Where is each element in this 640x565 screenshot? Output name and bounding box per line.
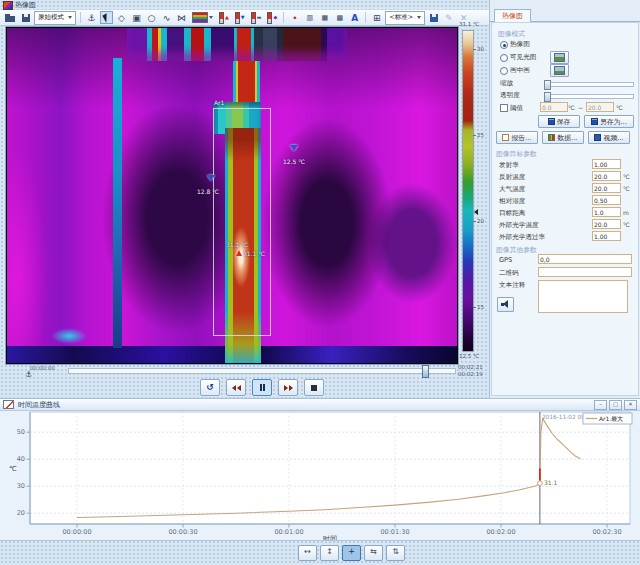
chart-zoom-horizontal-button[interactable]: ↔: [298, 545, 317, 561]
chart-scroll-vertical-button[interactable]: ⇅: [386, 545, 405, 561]
area-tool-button[interactable]: ▣: [130, 11, 143, 24]
radio-visible-image[interactable]: [500, 54, 508, 62]
save-preset-button[interactable]: [427, 11, 440, 24]
data-button[interactable]: 数据...: [542, 131, 584, 144]
param-label: 外部光学透过率: [499, 233, 545, 242]
area-label: Ar1: [214, 99, 224, 106]
video-button[interactable]: 视频...: [588, 131, 630, 144]
anchor-tool-button[interactable]: ⚓: [85, 11, 98, 24]
pip-button[interactable]: [550, 64, 569, 77]
chart-minimize-button[interactable]: –: [594, 400, 607, 410]
stop-button[interactable]: [304, 379, 324, 396]
speaker-icon: [501, 300, 511, 309]
timeline-start-label: 00:00:00: [30, 365, 55, 372]
isotherm-interval-button[interactable]: ▬: [249, 11, 264, 24]
threshold-checkbox[interactable]: [500, 104, 508, 112]
cold-spot-marker-left-icon[interactable]: [207, 175, 215, 181]
param-field[interactable]: [592, 159, 621, 169]
param-field[interactable]: [592, 207, 621, 217]
spot-tool-button[interactable]: ◇: [115, 11, 128, 24]
profile-chart-button[interactable]: ▥: [303, 11, 316, 24]
edit-preset-button[interactable]: ✎: [442, 11, 455, 24]
opacity-slider-thumb[interactable]: [544, 92, 551, 102]
open-file-button[interactable]: [3, 11, 17, 24]
timeline-thumb[interactable]: [422, 365, 429, 378]
param-unit: m: [623, 209, 629, 216]
isotherm-invert-button[interactable]: ◆: [265, 11, 279, 24]
svg-text:40: 40: [17, 455, 25, 463]
param-field[interactable]: [592, 183, 621, 193]
palette-dropdown[interactable]: [190, 11, 215, 24]
select-tool-button[interactable]: [100, 11, 113, 24]
analysis-area-ar1[interactable]: [213, 108, 271, 336]
colorbar-tick-label: 25: [477, 132, 484, 138]
param-label: 反射温度: [499, 173, 525, 182]
qr-code-field[interactable]: [538, 267, 632, 277]
radio-thermal-image[interactable]: [500, 41, 508, 49]
zoom-slider[interactable]: [544, 82, 634, 87]
visible-image-button[interactable]: [550, 51, 569, 64]
timeline-anchor-icon[interactable]: ⚓: [25, 370, 32, 379]
threshold-max-field[interactable]: [586, 102, 614, 112]
line-tool-button[interactable]: ∿: [160, 11, 173, 24]
param-field[interactable]: [592, 219, 621, 229]
audio-note-button[interactable]: [497, 297, 514, 312]
display-mode-dropdown[interactable]: 原始模式: [34, 11, 76, 25]
save-file-button[interactable]: [19, 11, 32, 24]
pause-button[interactable]: [252, 379, 272, 396]
replay-button[interactable]: ↺: [200, 379, 220, 396]
tab-thermal-image[interactable]: 热像图: [494, 9, 531, 22]
chart-close-button[interactable]: ✕: [624, 400, 637, 410]
svg-text:℃: ℃: [9, 465, 17, 473]
opacity-slider[interactable]: [544, 94, 634, 99]
zoom-slider-thumb[interactable]: [544, 80, 551, 90]
svg-text:00:01:30: 00:01:30: [380, 528, 409, 536]
radio-picture-in-picture[interactable]: [500, 67, 508, 75]
histogram-button[interactable]: ▦: [318, 11, 331, 24]
spot-list-button[interactable]: •: [288, 11, 301, 24]
gps-field[interactable]: [538, 254, 632, 264]
qr-code-label: 二维码: [499, 269, 519, 278]
param-label: 外部光学温度: [499, 221, 539, 230]
svg-text:00:00:00: 00:00:00: [62, 528, 91, 536]
threshold-min-field[interactable]: [540, 102, 568, 112]
matrix-button[interactable]: ▩: [333, 11, 346, 24]
ellipse-tool-button[interactable]: ○: [145, 11, 158, 24]
svg-text:00:02:30: 00:02:30: [592, 528, 621, 536]
thermal-upper-hot-element: [233, 61, 260, 103]
chart-maximize-button[interactable]: ▢: [609, 400, 622, 410]
timeline-slider[interactable]: [68, 368, 456, 374]
thermal-top-structures: [127, 28, 347, 61]
text-annotation-button[interactable]: A: [348, 11, 361, 24]
thermal-image-frame: Ar1 12.8 ℃ 12.5 ℃ 31.1 ℃ 31.1 ℃: [5, 26, 459, 365]
chart-scroll-horizontal-button[interactable]: ⇆: [364, 545, 383, 561]
preset-dropdown[interactable]: <标准>: [385, 11, 425, 25]
chart-zoom-vertical-button[interactable]: ↕: [320, 545, 339, 561]
opacity-slider-label: 透明度: [500, 91, 520, 100]
thermal-image[interactable]: Ar1 12.8 ℃ 12.5 ℃ 31.1 ℃ 31.1 ℃: [7, 28, 457, 363]
grid-overlay-button[interactable]: ⊞: [370, 11, 383, 24]
param-field[interactable]: [592, 171, 621, 181]
text-note-field[interactable]: [538, 280, 628, 313]
report-button[interactable]: 报告...: [496, 131, 538, 144]
svg-text:31.1: 31.1: [544, 479, 558, 486]
toolbar-separator: [365, 12, 366, 23]
save-button[interactable]: 保存: [538, 115, 580, 128]
param-label: 发射率: [499, 161, 519, 170]
save-as-button[interactable]: 另存为...: [584, 115, 634, 128]
colorbar[interactable]: [462, 30, 474, 352]
polygon-tool-button[interactable]: ⋈: [175, 11, 188, 24]
cold-spot-marker-right-icon[interactable]: [290, 145, 298, 151]
toolbar-separator: [283, 12, 284, 23]
step-forward-button[interactable]: [278, 379, 298, 396]
chart-zoom-fit-button[interactable]: +: [342, 545, 361, 561]
svg-text:00:00:30: 00:00:30: [168, 528, 197, 536]
isotherm-low-button[interactable]: ▼: [233, 11, 247, 24]
isotherm-high-button[interactable]: ▲: [217, 11, 231, 24]
param-field[interactable]: [592, 195, 621, 205]
param-field[interactable]: [592, 231, 621, 241]
step-back-button[interactable]: [226, 379, 246, 396]
svg-text:20: 20: [17, 509, 25, 517]
bottom-toolbar: ↔↕+⇆⇅: [0, 540, 640, 565]
temperature-time-chart[interactable]: 2030405000:00:0000:00:3000:01:0000:01:30…: [0, 411, 640, 541]
